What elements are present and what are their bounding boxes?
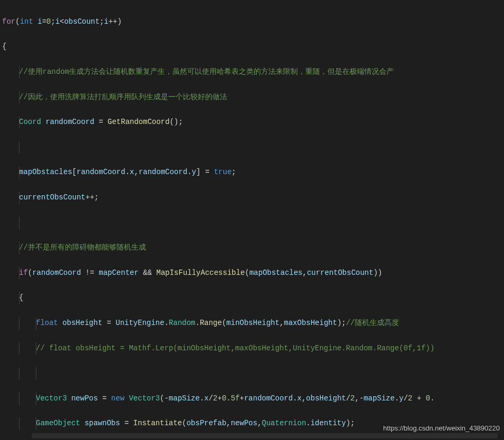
code-line: //因此，使用洗牌算法打乱顺序用队列生成是一个比较好的做法: [2, 91, 504, 104]
code-line: float obsHeight = UnityEngine.Random.Ran…: [2, 317, 504, 330]
code-line: mapObstacles[randomCoord.x,randomCoord.y…: [2, 166, 504, 179]
code-line: {: [2, 292, 504, 304]
blank-line: [2, 141, 504, 154]
code-line: {: [2, 41, 504, 53]
code-line: // float obsHeight = Mathf.Lerp(minObsHe…: [2, 342, 504, 355]
code-line: for(int i=0;i<obsCount;i++): [2, 16, 504, 28]
code-editor[interactable]: for(int i=0;i<obsCount;i++) { //使用random…: [0, 0, 504, 440]
code-line: Coord randomCoord = GetRandomCoord();: [2, 116, 504, 129]
code-line: currentObsCount++;: [2, 192, 504, 204]
code-line: GameObject spawnObs = Instantiate(obsPre…: [2, 417, 504, 430]
code-line: Vector3 newPos = new Vector3(-mapSize.x/…: [2, 393, 504, 405]
blank-line: [2, 367, 504, 380]
blank-line: [2, 217, 504, 229]
code-line: if(randomCoord != mapCenter && MapIsFull…: [2, 267, 504, 280]
code-line: //并不是所有的障碍物都能够随机生成: [2, 242, 504, 254]
code-line: //使用random生成方法会让随机数重复产生，虽然可以使用哈希表之类的方法来限…: [2, 66, 504, 79]
horizontal-scrollbar[interactable]: [32, 433, 498, 438]
